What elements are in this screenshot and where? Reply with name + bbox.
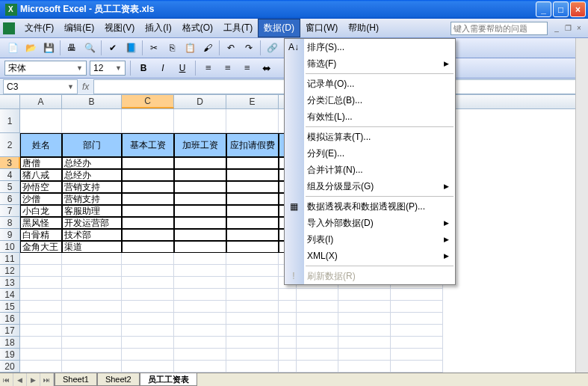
- cell[interactable]: [226, 193, 279, 205]
- cell[interactable]: [20, 265, 62, 277]
- cell[interactable]: [174, 361, 226, 373]
- cell[interactable]: [122, 325, 174, 337]
- cell[interactable]: [62, 337, 122, 349]
- cell[interactable]: [226, 325, 279, 337]
- cell[interactable]: [20, 313, 62, 325]
- cell[interactable]: [174, 181, 226, 193]
- cell[interactable]: [391, 325, 443, 337]
- cell[interactable]: [226, 181, 279, 193]
- cell[interactable]: [122, 205, 174, 217]
- menu-file[interactable]: 文件(F): [19, 19, 59, 37]
- row-header[interactable]: 16: [0, 313, 20, 325]
- name-box[interactable]: C3▼: [3, 79, 78, 94]
- col-header-D[interactable]: D: [174, 95, 226, 108]
- menu-format[interactable]: 格式(O): [177, 19, 218, 37]
- cell[interactable]: [122, 349, 174, 361]
- cell[interactable]: [226, 265, 279, 277]
- cell[interactable]: [122, 361, 174, 373]
- close-button[interactable]: ×: [570, 1, 586, 17]
- cell[interactable]: [20, 289, 62, 301]
- cell[interactable]: [122, 217, 174, 229]
- cell[interactable]: [122, 277, 174, 289]
- cell[interactable]: [391, 361, 443, 373]
- menu-form[interactable]: 记录单(O)...: [285, 76, 455, 92]
- cell[interactable]: [226, 253, 279, 265]
- row-header[interactable]: 8: [0, 217, 20, 229]
- menu-filter[interactable]: 筛选(F)▶: [285, 55, 455, 72]
- tab-sheet2[interactable]: Sheet2: [97, 373, 140, 386]
- row-header[interactable]: 15: [0, 301, 20, 313]
- cell[interactable]: [226, 361, 279, 373]
- cell[interactable]: [391, 301, 443, 313]
- cell[interactable]: [226, 229, 279, 241]
- menu-window[interactable]: 窗口(W): [300, 19, 343, 37]
- tab-first-icon[interactable]: ⏮: [0, 373, 13, 386]
- cell[interactable]: 营销支持: [62, 181, 122, 193]
- col-header-B[interactable]: B: [62, 95, 122, 108]
- cell[interactable]: [279, 313, 297, 325]
- select-all-corner[interactable]: [0, 95, 20, 109]
- menu-pivot[interactable]: ▦数据透视表和数据透视图(P)...: [285, 198, 455, 215]
- cell[interactable]: 总经办: [62, 169, 122, 181]
- cell[interactable]: [174, 241, 226, 253]
- cell[interactable]: [62, 289, 122, 301]
- cell[interactable]: [122, 193, 174, 205]
- cell[interactable]: [122, 301, 174, 313]
- row-header[interactable]: 3: [0, 157, 20, 169]
- cell[interactable]: [62, 301, 122, 313]
- cell[interactable]: [226, 349, 279, 361]
- cell[interactable]: [174, 337, 226, 349]
- save-icon[interactable]: 💾: [40, 40, 57, 56]
- vertical-scrollbar[interactable]: [575, 38, 588, 373]
- cell[interactable]: 沙僧: [20, 193, 62, 205]
- cell[interactable]: [297, 349, 338, 361]
- doc-minimize[interactable]: _: [552, 25, 561, 32]
- row-header[interactable]: 7: [0, 205, 20, 217]
- cell[interactable]: [226, 337, 279, 349]
- cell[interactable]: 总经办: [62, 157, 122, 169]
- cell[interactable]: [279, 289, 297, 301]
- format-painter-icon[interactable]: 🖌: [199, 40, 216, 56]
- cell[interactable]: [174, 265, 226, 277]
- cell[interactable]: 白骨精: [20, 229, 62, 241]
- cell[interactable]: [20, 325, 62, 337]
- menu-data[interactable]: 数据(D): [258, 19, 300, 37]
- row-header[interactable]: 5: [0, 181, 20, 193]
- cell[interactable]: [174, 277, 226, 289]
- undo-icon[interactable]: ↶: [223, 40, 239, 56]
- cell[interactable]: [174, 229, 226, 241]
- cell[interactable]: [20, 337, 62, 349]
- tab-sheet1[interactable]: Sheet1: [55, 373, 97, 386]
- cell[interactable]: [122, 229, 174, 241]
- cell[interactable]: [62, 109, 122, 133]
- cell[interactable]: [279, 325, 297, 337]
- menu-list[interactable]: 列表(I)▶: [285, 231, 455, 248]
- menu-help[interactable]: 帮助(H): [343, 19, 384, 37]
- redo-icon[interactable]: ↷: [241, 40, 257, 56]
- menu-xml[interactable]: XML(X)▶: [285, 248, 455, 264]
- cell[interactable]: [226, 169, 279, 181]
- cell[interactable]: [122, 109, 174, 133]
- cell[interactable]: [122, 253, 174, 265]
- cell[interactable]: [122, 241, 174, 253]
- row-header[interactable]: 9: [0, 229, 20, 241]
- cell[interactable]: 猪八戒: [20, 169, 62, 181]
- open-icon[interactable]: 📂: [22, 40, 39, 56]
- col-header-A[interactable]: A: [20, 95, 62, 108]
- menu-sort[interactable]: A↓排序(S)...: [285, 39, 455, 55]
- menu-view[interactable]: 视图(V): [99, 19, 140, 37]
- cell[interactable]: 黑风怪: [20, 217, 62, 229]
- help-search-input[interactable]: [451, 22, 548, 35]
- minimize-button[interactable]: _: [536, 1, 551, 17]
- spell-icon[interactable]: ✔: [105, 40, 121, 56]
- menu-consolidate[interactable]: 合并计算(N)...: [285, 162, 455, 178]
- cell[interactable]: [174, 157, 226, 169]
- row-header[interactable]: 19: [0, 349, 20, 361]
- menu-validation[interactable]: 有效性(L)...: [285, 108, 455, 125]
- cell[interactable]: [338, 361, 391, 373]
- cell[interactable]: [174, 217, 226, 229]
- cell[interactable]: 渠道: [62, 241, 122, 253]
- cell[interactable]: 基本工资: [122, 133, 174, 157]
- row-header[interactable]: 6: [0, 193, 20, 205]
- cell[interactable]: 加班工资: [174, 133, 226, 157]
